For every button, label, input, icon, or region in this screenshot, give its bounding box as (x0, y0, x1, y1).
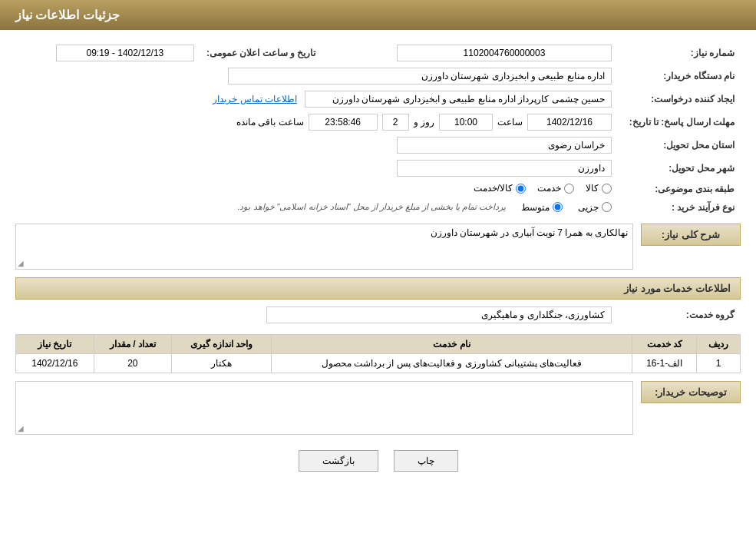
col-tedaad: تعداد / مقدار (94, 334, 171, 353)
tawsiyat-resize-icon: ◢ (18, 424, 24, 432)
resize-icon: ◢ (18, 259, 24, 267)
tawsiyat-textarea: ◢ (15, 381, 633, 435)
ijad-konande-label: ایجاد کننده درخواست: (618, 88, 741, 111)
tabaqe-label: طبقه بندی موضوعی: (618, 180, 741, 199)
radio-kala-khedmat[interactable]: کالا/خدمت (474, 183, 526, 194)
gorohe-khedmat-value: کشاورزی، جنگلداری و ماهیگیری (266, 306, 612, 323)
ostan-label: استان محل تحویل: (618, 134, 741, 157)
back-button[interactable]: بازگشت (299, 450, 378, 472)
radio-motavasset[interactable]: متوسط (521, 202, 563, 213)
nam-dastgah-value: اداره منابع طبیعی و ابخیزداری شهرستان دا… (228, 68, 612, 84)
shomara-niaz-value: 1102004760000003 (397, 45, 612, 61)
cell-radif: 1 (697, 353, 741, 373)
table-row: 1 الف-1-16 فعالیت‌های پشتیبانی کشاورزی و… (16, 353, 741, 373)
saat-label: ساعت (497, 117, 523, 128)
shomara-niaz-label: شماره نیاز: (618, 41, 741, 65)
etelaat-tamas-link[interactable]: اطلاعات تماس خریدار (213, 94, 297, 104)
service-table: ردیف کد خدمت نام خدمت واحد اندازه گیری ت… (15, 334, 741, 373)
pub-date-value: 1402/12/13 - 09:19 (56, 45, 194, 61)
ijad-konande-value: حسین چشمی کارپرداز اداره منابع طبیعی و ا… (305, 91, 612, 108)
tawsiyat-section-header: توصیحات خریدار: (641, 381, 741, 403)
payment-note: پرداخت تمام یا بخشی از مبلغ خریدار از مح… (237, 202, 506, 212)
radio-motavasset-label: متوسط (521, 202, 550, 213)
radio-khedmat-input[interactable] (564, 184, 574, 194)
pub-date-label: تاریخ و ساعت اعلان عمومی: (200, 41, 338, 65)
farayand-options: جزیی متوسط پرداخت تمام یا بخشی از مبلغ خ… (21, 202, 612, 213)
sharh-textarea: نهالکاری به همرا 7 نوبت آبیاری در شهرستا… (15, 224, 633, 270)
radio-kala[interactable]: کالا (586, 183, 612, 194)
shahr-label: شهر محل تحویل: (618, 157, 741, 180)
deadline-date-value: 1402/12/16 (527, 114, 612, 131)
nooe-farayand-label: نوع فرآیند خرید : (618, 199, 741, 216)
cell-tarikh: 1402/12/16 (16, 353, 94, 373)
col-vahed: واحد اندازه گیری (172, 334, 272, 353)
radio-jozee[interactable]: جزیی (578, 202, 612, 213)
col-radif: ردیف (697, 334, 741, 353)
radio-jozee-input[interactable] (602, 202, 612, 212)
radio-kala-input[interactable] (602, 184, 612, 194)
radio-kala-khedmat-label: کالا/خدمت (474, 183, 513, 194)
sharh-value: نهالکاری به همرا 7 نوبت آبیاری در شهرستا… (431, 227, 628, 238)
mohlat-ersal-label: مهلت ارسال پاسخ: تا تاریخ: (618, 111, 741, 134)
radio-khedmat[interactable]: خدمت (537, 183, 574, 194)
cell-kod: الف-1-16 (632, 353, 696, 373)
cell-tedaad: 20 (94, 353, 171, 373)
tabaqe-radio-group: کالا خدمت کالا/خدمت (474, 183, 612, 194)
sharh-section-header: شرح کلی نیاز: (641, 224, 741, 246)
radio-kala-label: کالا (586, 183, 599, 194)
col-nam: نام خدمت (272, 334, 632, 353)
radio-jozee-label: جزیی (578, 202, 599, 213)
rooz-value: 2 (382, 114, 409, 131)
col-tarikh: تاریخ نیاز (16, 334, 94, 353)
page-title: جزئیات اطلاعات نیاز (15, 8, 120, 22)
shahr-value: داورزن (397, 160, 612, 177)
ostan-value: خراسان رضوی (397, 137, 612, 154)
action-buttons: چاپ بازگشت (15, 450, 741, 487)
radio-kala-khedmat-input[interactable] (516, 184, 526, 194)
cell-nam: فعالیت‌های پشتیبانی کشاورزی و فعالیت‌های… (272, 353, 632, 373)
nam-dastgah-label: نام دستگاه خریدار: (618, 65, 741, 88)
khadamat-info-table: گروه خدمت: کشاورزی، جنگلداری و ماهیگیری (15, 303, 741, 326)
radio-khedmat-label: خدمت (537, 183, 561, 194)
page-header: جزئیات اطلاعات نیاز (0, 0, 756, 30)
remaining-label: ساعت باقی مانده (236, 117, 304, 128)
radio-motavasset-input[interactable] (553, 202, 563, 212)
gorohe-khedmat-label: گروه خدمت: (618, 303, 741, 326)
remaining-value: 23:58:46 (309, 114, 378, 131)
rooz-label: روز و (414, 117, 434, 128)
col-kod: کد خدمت (632, 334, 696, 353)
print-button[interactable]: چاپ (394, 450, 458, 472)
main-info-table: شماره نیاز: 1102004760000003 تاریخ و ساع… (15, 41, 741, 216)
khadamat-section-header: اطلاعات خدمات مورد نیاز (15, 277, 741, 300)
saat-value: 10:00 (439, 114, 493, 131)
cell-vahed: هکتار (172, 353, 272, 373)
